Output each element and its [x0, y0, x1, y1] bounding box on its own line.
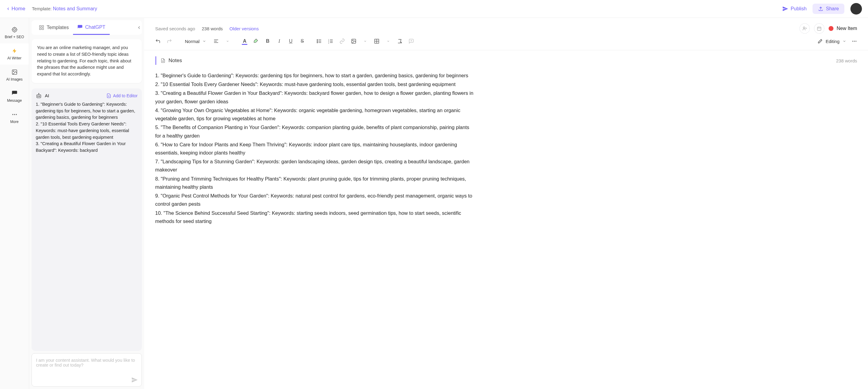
chevron-down-icon — [842, 39, 846, 43]
home-label: Home — [11, 6, 25, 12]
editing-mode-label: Editing — [826, 39, 839, 44]
bolt-icon — [11, 47, 18, 54]
doc-line[interactable]: 9. "Organic Pest Control Methods for You… — [155, 192, 476, 208]
document-body[interactable]: Notes 238 words 1. "Beginner's Guide to … — [144, 50, 868, 389]
tab-templates-label: Templates — [47, 25, 69, 30]
doc-line[interactable]: 6. "How to Care for Indoor Plants and Ke… — [155, 140, 476, 157]
svg-point-8 — [13, 71, 14, 72]
calendar-button[interactable] — [814, 23, 824, 34]
doc-line[interactable]: 1. "Beginner's Guide to Gardening": Keyw… — [155, 71, 476, 80]
doc-line[interactable]: 3. "Creating a Beautiful Flower Garden i… — [155, 89, 476, 105]
table-dropdown[interactable] — [384, 37, 393, 46]
doc-icon — [161, 58, 165, 63]
doc-line[interactable]: 8. "Pruning and Trimming Techniques for … — [155, 175, 476, 191]
svg-point-18 — [38, 93, 39, 94]
image-dropdown[interactable] — [361, 37, 370, 46]
ai-response-block: AI Add to Editor 1. "Beginner's Guide to… — [32, 89, 142, 351]
topbar: Home Template: Notes and Summary Publish… — [0, 0, 868, 18]
comment-button[interactable] — [407, 37, 416, 46]
svg-rect-12 — [39, 26, 41, 27]
rail-ai-images[interactable]: AI Images — [0, 65, 29, 86]
ai-label: AI — [45, 93, 49, 98]
more-menu-button[interactable] — [850, 37, 859, 46]
svg-text:3: 3 — [328, 42, 329, 44]
rail-more[interactable]: More — [0, 107, 29, 128]
collapse-panel-button[interactable] — [136, 24, 143, 31]
doc-line[interactable]: 5. "The Benefits of Companion Planting i… — [155, 123, 476, 140]
add-collaborator-button[interactable] — [800, 23, 810, 34]
template-name[interactable]: Notes and Summary — [53, 6, 97, 11]
avatar[interactable] — [850, 3, 862, 14]
ordered-list-button[interactable]: 123 — [326, 37, 335, 46]
text-color-button[interactable]: A — [240, 37, 249, 46]
svg-rect-13 — [42, 26, 44, 27]
svg-rect-16 — [37, 95, 41, 98]
publish-button[interactable]: Publish — [782, 6, 806, 12]
redo-button[interactable] — [165, 37, 174, 46]
rail-message[interactable]: Message — [0, 86, 29, 107]
svg-point-20 — [39, 96, 40, 96]
document-text[interactable]: 1. "Beginner's Guide to Gardening": Keyw… — [155, 71, 476, 225]
table-button[interactable] — [372, 37, 381, 46]
left-rail: Brief + SEO AI Writer AI Images Message … — [0, 18, 29, 389]
image-icon — [11, 69, 18, 75]
notes-word-count: 238 words — [836, 58, 857, 63]
align-dropdown[interactable] — [223, 37, 232, 46]
strike-button[interactable]: S — [298, 37, 307, 46]
rail-brief-label: Brief + SEO — [5, 35, 24, 39]
chevron-left-icon — [6, 7, 10, 11]
template-prefix: Template: — [32, 6, 53, 11]
send-button[interactable] — [131, 377, 138, 383]
doc-line[interactable]: 2. "10 Essential Tools Every Gardener Ne… — [155, 80, 476, 89]
bold-button[interactable]: B — [263, 37, 272, 46]
svg-point-57 — [856, 41, 857, 42]
svg-point-23 — [803, 27, 805, 29]
publish-label: Publish — [791, 6, 806, 11]
share-button[interactable]: Share — [812, 4, 844, 14]
home-link[interactable]: Home — [6, 6, 25, 12]
tab-chatgpt[interactable]: ChatGPT — [73, 20, 110, 35]
add-to-editor-button[interactable]: Add to Editor — [106, 93, 137, 98]
doc-line[interactable]: 7. "Landscaping Tips for a Stunning Gard… — [155, 158, 476, 174]
template-label: Template: Notes and Summary — [32, 6, 97, 11]
link-button[interactable] — [338, 37, 347, 46]
rail-writer-label: AI Writer — [7, 56, 21, 60]
align-button[interactable] — [212, 37, 221, 46]
paragraph-style-select[interactable]: Normal — [182, 38, 209, 45]
system-prompt-text: You are an online marketing manager, and… — [37, 44, 136, 77]
chat-panel: Templates ChatGPT You are an online mark… — [29, 18, 144, 389]
older-versions-link[interactable]: Older versions — [229, 26, 259, 31]
editor: Saved seconds ago 238 words Older versio… — [144, 18, 868, 389]
chat-input-box[interactable] — [32, 353, 142, 387]
clear-format-button[interactable] — [395, 37, 404, 46]
bullet-list-button[interactable] — [315, 37, 324, 46]
undo-button[interactable] — [153, 37, 162, 46]
upload-icon — [818, 6, 824, 11]
rail-images-label: AI Images — [6, 77, 23, 82]
doc-line[interactable]: 4. "Growing Your Own Organic Vegetables … — [155, 106, 476, 123]
system-prompt-card: You are an online marketing manager, and… — [32, 39, 142, 83]
word-count: 238 words — [202, 26, 223, 31]
add-to-editor-label: Add to Editor — [113, 93, 137, 98]
tab-templates[interactable]: Templates — [35, 20, 73, 35]
status-new-item[interactable]: New Item — [829, 26, 857, 31]
underline-button[interactable]: U — [286, 37, 295, 46]
status-dot-icon — [829, 26, 833, 31]
editing-mode-select[interactable]: Editing — [818, 39, 846, 44]
notes-title: Notes — [168, 58, 182, 64]
robot-icon — [36, 93, 42, 99]
rail-ai-writer[interactable]: AI Writer — [0, 43, 29, 65]
svg-point-2 — [13, 29, 16, 31]
doc-line[interactable]: 10. "The Science Behind Successful Seed … — [155, 209, 476, 225]
highlight-button[interactable] — [252, 37, 261, 46]
italic-button[interactable]: I — [275, 37, 284, 46]
svg-point-56 — [854, 41, 855, 42]
plus-doc-icon — [106, 93, 111, 98]
chat-textarea[interactable] — [36, 358, 137, 379]
chevron-down-icon — [203, 39, 206, 43]
doc-meta-bar: Saved seconds ago 238 words Older versio… — [144, 18, 868, 34]
svg-point-34 — [317, 41, 318, 41]
image-button[interactable] — [349, 37, 358, 46]
ai-response-text: 1. "Beginner's Guide to Gardening": Keyw… — [36, 101, 137, 154]
rail-brief-seo[interactable]: Brief + SEO — [0, 22, 29, 43]
